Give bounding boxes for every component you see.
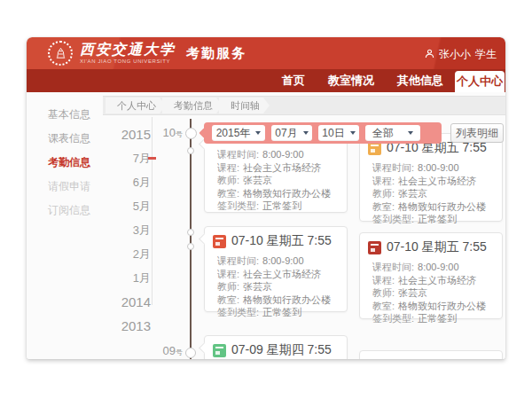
timeline-node-4 xyxy=(185,348,196,358)
filter-day-dropdown[interactable]: 10日 xyxy=(318,125,359,141)
user-account[interactable]: 张小小 学生 xyxy=(425,47,497,62)
timeline-year-item-0[interactable]: 2015 xyxy=(108,122,151,146)
card-field-label: 签到类型: xyxy=(217,307,259,317)
card-field-row: 课程时间:8:00-9:00 xyxy=(372,261,495,274)
nav-link-0[interactable]: 首页 xyxy=(282,73,305,89)
filter-day-value: 10日 xyxy=(322,126,344,141)
sidebar-item-2[interactable]: 考勤信息 xyxy=(27,151,103,175)
timeline-year-item-2[interactable]: 6月 xyxy=(108,170,151,194)
card-field-label: 课程: xyxy=(372,176,395,186)
card-field-value: 8:00-9:00 xyxy=(262,149,303,160)
timeline-day-marker-0: 10号 xyxy=(154,126,183,139)
card-body: 课程时间:8:00-9:00课程:社会主义市场经济教师:张芸京教室:格物致知行政… xyxy=(360,159,502,233)
card-field-label: 签到类型: xyxy=(217,200,259,211)
sidebar: 基本信息课表信息考勤信息请假申请订阅信息 xyxy=(27,103,103,223)
card-field-value: 张芸京 xyxy=(398,188,427,199)
nav-links: 首页教室情况其他信息 xyxy=(282,69,443,92)
list-detail-button[interactable]: 列表明细 xyxy=(450,123,504,143)
sidebar-item-3[interactable]: 请假申请 xyxy=(27,175,103,199)
timeline-year-item-3[interactable]: 5月 xyxy=(108,194,151,218)
caret-down-icon xyxy=(408,131,413,135)
timeline-node-0 xyxy=(185,128,197,139)
card-field-value: 格物致知行政办公楼 xyxy=(243,188,331,199)
timeline-year-item-1[interactable]: 7月 xyxy=(108,146,151,170)
card-date-label: 07-10 星期五 7:55 xyxy=(231,233,332,249)
card-field-row: 教师:张芸京 xyxy=(217,174,340,187)
card-header: 07-09 星期四 7:55 xyxy=(205,336,347,359)
timeline-node-1 xyxy=(187,147,194,154)
card-field-label: 签到类型: xyxy=(372,313,414,324)
card-field-label: 课程时间: xyxy=(372,262,414,272)
timeline-node-3 xyxy=(187,243,194,250)
filter-year-dropdown[interactable]: 2015年 xyxy=(212,125,265,141)
nav-link-2[interactable]: 其他信息 xyxy=(397,73,443,89)
card-field-row: 课程:社会主义市场经济 xyxy=(372,274,495,287)
user-role: 学生 xyxy=(475,47,497,62)
caret-down-icon xyxy=(350,131,356,135)
card-field-row: 课程时间:8:00-9:00 xyxy=(372,161,495,175)
card-field-row: 教室:格物致知行政办公楼 xyxy=(217,187,340,200)
card-field-label: 教室: xyxy=(372,301,395,311)
card-field-value: 社会主义市场经济 xyxy=(398,176,476,186)
card-body: 课程时间:8:00-9:00课程:社会主义市场经济教师:张芸京教室:格物致知行政… xyxy=(360,258,502,332)
card-field-row: 教师:张芸京 xyxy=(217,280,340,293)
card-field-label: 教室: xyxy=(372,201,395,212)
card-header: 07-10 星期五 7:55 xyxy=(360,233,502,258)
sidebar-item-1[interactable]: 课表信息 xyxy=(27,127,103,151)
brand-area: 西安交通大学 XI'AN JIAO TONG UNIVERSITY 考勤服务 xyxy=(48,41,246,66)
card-field-value: 社会主义市场经济 xyxy=(243,269,321,279)
card-field-value: 8:00-9:00 xyxy=(418,262,458,272)
nav-tab-active[interactable]: 个人中心 xyxy=(455,71,505,92)
breadcrumb-segment-1[interactable]: 考勤信息 xyxy=(162,98,223,113)
card-field-row: 签到类型:正常签到 xyxy=(217,306,340,319)
attendance-card-L3: 07-09 星期四 7:55课程时间:8:00-9:00课程:社会主义市场经济教… xyxy=(204,335,348,359)
user-name: 张小小 xyxy=(439,47,471,62)
card-field-label: 教师: xyxy=(217,281,239,292)
card-field-label: 课程时间: xyxy=(372,162,414,173)
timeline-day-marker-1: 09号 xyxy=(154,344,183,357)
card-field-row: 签到类型:正常签到 xyxy=(217,200,340,213)
card-field-row: 教室:格物致知行政办公楼 xyxy=(217,293,340,307)
card-field-label: 教师: xyxy=(372,188,395,199)
breadcrumb-segment-0[interactable]: 个人中心 xyxy=(106,98,166,113)
timeline-year-item-8[interactable]: 2013 xyxy=(108,314,151,338)
day-marker-suffix: 号 xyxy=(176,130,183,138)
person-icon xyxy=(425,49,434,61)
caret-down-icon xyxy=(303,131,309,135)
card-field-value: 社会主义市场经济 xyxy=(243,162,321,173)
card-field-row: 课程:社会主义市场经济 xyxy=(217,268,340,281)
card-field-row: 教师:张芸京 xyxy=(372,286,495,300)
sidebar-item-4[interactable]: 订阅信息 xyxy=(27,199,103,223)
timeline-year-list: 20157月6月5月3月2月1月20142013 xyxy=(108,122,151,338)
timeline-year-item-5[interactable]: 2月 xyxy=(108,242,151,266)
breadcrumb: 个人中心考勤信息时间轴 xyxy=(103,96,505,115)
sidebar-item-0[interactable]: 基本信息 xyxy=(27,103,103,127)
attendance-card-R2: 07-10 星期五 7:55课程时间:8:00-9:00课程:社会主义市场经济教… xyxy=(359,232,503,319)
card-field-value: 正常签到 xyxy=(418,313,457,324)
card-field-value: 张芸京 xyxy=(243,281,272,292)
filter-scope-dropdown[interactable]: 全部 xyxy=(365,125,420,141)
filter-bar: 2015年 07月 10日 全部 xyxy=(204,122,442,144)
card-field-value: 8:00-9:00 xyxy=(418,162,458,173)
filter-month-value: 07月 xyxy=(275,126,297,141)
card-body: 课程时间:8:00-9:00课程:社会主义市场经济教师:张芸京教室:格物致知行政… xyxy=(205,132,347,220)
timeline-year-item-4[interactable]: 3月 xyxy=(108,218,151,242)
year-rail-line xyxy=(152,117,153,305)
card-field-value: 正常签到 xyxy=(262,200,301,211)
current-month-marker xyxy=(148,157,156,160)
card-date-label: 07-10 星期五 7:55 xyxy=(387,239,487,255)
card-header: 07-10 星期五 7:55 xyxy=(205,227,347,252)
card-field-label: 课程: xyxy=(372,275,395,286)
card-field-label: 签到类型: xyxy=(372,214,414,224)
card-body: 课程时间:8:00-9:00课程:社会主义市场经济教师:张芸京教室:格物致知行政… xyxy=(205,252,347,326)
card-field-row: 签到类型:正常签到 xyxy=(372,213,495,226)
filter-month-dropdown[interactable]: 07月 xyxy=(271,125,312,141)
service-title: 考勤服务 xyxy=(186,45,246,62)
breadcrumb-segment-2[interactable]: 时间轴 xyxy=(219,98,270,113)
card-field-label: 教师: xyxy=(372,287,395,298)
nav-link-1[interactable]: 教室情况 xyxy=(328,73,374,89)
timeline-year-item-7[interactable]: 2014 xyxy=(108,290,151,314)
card-field-label: 课程时间: xyxy=(217,149,259,160)
card-field-value: 8:00-9:00 xyxy=(262,255,303,266)
timeline-year-item-6[interactable]: 1月 xyxy=(108,266,151,290)
